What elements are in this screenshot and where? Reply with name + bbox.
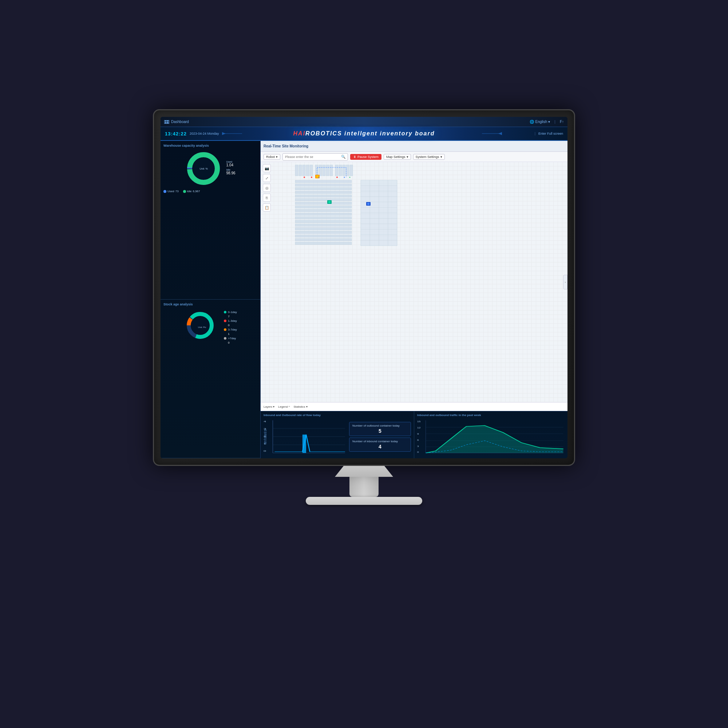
svg-rect-24	[326, 165, 329, 176]
search-icon: 🔍	[341, 155, 346, 159]
map-settings-button[interactable]: Map Settings ▾	[384, 154, 411, 160]
screenshot-tool[interactable]: 📷	[263, 164, 271, 172]
dashboard-icon[interactable]	[164, 120, 169, 124]
copy-tool[interactable]: ⎘	[263, 194, 271, 202]
search-input[interactable]	[285, 155, 341, 159]
clipboard-tool[interactable]: 📋	[263, 203, 271, 211]
monitoring-wrapper: Real-Time Site Monitoring Robot ▾	[261, 141, 567, 411]
expand-tool[interactable]: ⤢	[263, 174, 271, 182]
warehouse-section-title: Warehouse capacity analysis	[164, 144, 257, 147]
svg-rect-37	[295, 202, 352, 205]
map-settings-arrow: ▾	[407, 155, 408, 159]
used-label: Used	[226, 161, 235, 163]
map-settings-label: Map Settings	[386, 155, 405, 159]
layers-arrow: ▾	[273, 405, 274, 408]
inbound-card: Number of inbound container today 4	[349, 437, 411, 452]
svg-rect-19	[306, 165, 309, 176]
map-expand-arrow[interactable]: ›	[563, 275, 567, 289]
svg-marker-5	[222, 132, 226, 135]
header-right: | Enter Full screen	[535, 132, 563, 135]
svg-text:3: 3	[417, 445, 419, 447]
map-area: 📷 ⤢ ◎ ⎘ 📋	[261, 162, 567, 402]
svg-rect-28	[343, 165, 346, 176]
val-1-3day: 0	[228, 324, 237, 327]
weekly-chart-area: 15 12 9 6 3 0	[417, 418, 564, 455]
stock-7day-plus: >7day	[224, 337, 237, 340]
outbound-card: Number of outbound container today 5	[349, 422, 411, 436]
legend-used-count: 73	[176, 190, 179, 193]
system-settings-arrow: ▾	[440, 155, 442, 159]
svg-text:15: 15	[417, 421, 421, 423]
label-1-3day: 1-3day	[228, 319, 237, 323]
stock-chart-area: Unit: Pic 0-1day 7	[164, 309, 257, 346]
fullscreen-indicator: F↑	[560, 120, 564, 124]
warehouse-chart-area: Unit: % Used 1.04	[164, 150, 257, 187]
warehouse-donut-chart: Unit: %	[185, 150, 222, 187]
robot-label: Robot	[266, 155, 275, 159]
monitor-stand-connector	[335, 466, 393, 477]
header-decoration-right	[480, 130, 502, 137]
svg-rect-25	[330, 165, 333, 176]
label-3-7day: 3-7day	[228, 328, 237, 331]
svg-rect-40	[295, 213, 352, 216]
idle-info: Idle 98.96	[226, 168, 235, 175]
stock-3-7day: 3-7day	[224, 328, 237, 331]
svg-rect-43	[295, 224, 352, 226]
monitor-stand-neck	[349, 477, 379, 497]
svg-rect-48	[295, 242, 352, 245]
lang-arrow-icon: ▾	[548, 120, 550, 124]
pause-system-button[interactable]: ⏸ Pause System	[350, 154, 381, 160]
monitoring-title: Real-Time Site Monitoring	[263, 144, 308, 148]
layers-button[interactable]: Layers ▾	[263, 405, 274, 408]
svg-rect-2	[165, 122, 166, 123]
svg-rect-34	[295, 191, 352, 194]
target-tool[interactable]: ◎	[263, 184, 271, 192]
legend-arrow: ^	[289, 405, 290, 408]
statistics-button[interactable]: Statistics ▾	[294, 405, 307, 408]
svg-rect-38	[295, 206, 352, 208]
weekly-traffic-title: Inbound and outbound traffic in the past…	[417, 413, 564, 417]
svg-rect-41	[295, 217, 352, 219]
svg-text:9: 9	[417, 433, 419, 435]
svg-rect-29	[346, 165, 349, 176]
nav-logo: Dashboard	[164, 120, 189, 124]
stock-0-1day: 0-1day	[224, 310, 237, 314]
nav-title: Dashboard	[171, 120, 189, 124]
svg-rect-35	[295, 195, 352, 197]
date-display: 2023-04-24 Monday	[190, 132, 219, 135]
legend-label: Legend	[278, 405, 288, 408]
system-settings-button[interactable]: System Settings ▾	[413, 154, 445, 160]
robot-arrow-icon: ▾	[276, 155, 278, 159]
label-7day: >7day	[228, 337, 236, 340]
legend-button[interactable]: Legend ^	[278, 405, 290, 408]
svg-text:nber of outbound con: nber of outbound con	[263, 429, 267, 444]
nav-right: 🌐 English ▾ | F↑	[530, 120, 564, 124]
enter-fullscreen-button[interactable]: Enter Full screen	[538, 132, 563, 135]
unit-label: Unit: %	[199, 167, 208, 170]
svg-rect-18	[303, 165, 305, 176]
inbound-outbound-section: Inbound and Outbound rate of flow today …	[261, 411, 414, 458]
screen-content: Dashboard 🌐 English ▾ | F↑ 13:42:22	[161, 117, 567, 458]
svg-rect-44	[295, 228, 352, 230]
robot-dropdown[interactable]: Robot ▾	[263, 154, 280, 160]
language-selector[interactable]: 🌐 English ▾	[530, 120, 550, 124]
svg-rect-45	[295, 231, 352, 234]
svg-point-73	[336, 177, 338, 178]
val-3-7day: 1	[228, 332, 237, 336]
inbound-outbound-title: Inbound and Outbound rate of flow today	[263, 413, 411, 417]
stock-section-title: Stock age analysis	[164, 303, 257, 306]
top-nav: Dashboard 🌐 English ▾ | F↑	[161, 117, 567, 127]
pause-icon: ⏸	[353, 155, 356, 159]
bar-chart-area: 4 3 2 1 0	[263, 418, 347, 455]
idle-dot	[183, 190, 186, 193]
svg-rect-69	[367, 203, 369, 205]
used-info: Used 1.04	[226, 161, 235, 167]
capacity-legend: Used 73 Idle 6,967	[164, 190, 257, 193]
svg-rect-16	[295, 165, 298, 176]
statistics-arrow: ▾	[306, 405, 307, 408]
svg-point-72	[318, 177, 320, 178]
svg-rect-30	[350, 165, 353, 176]
svg-rect-46	[295, 235, 352, 237]
svg-text:0: 0	[417, 451, 419, 454]
legend-idle-label: Idle	[187, 190, 192, 193]
